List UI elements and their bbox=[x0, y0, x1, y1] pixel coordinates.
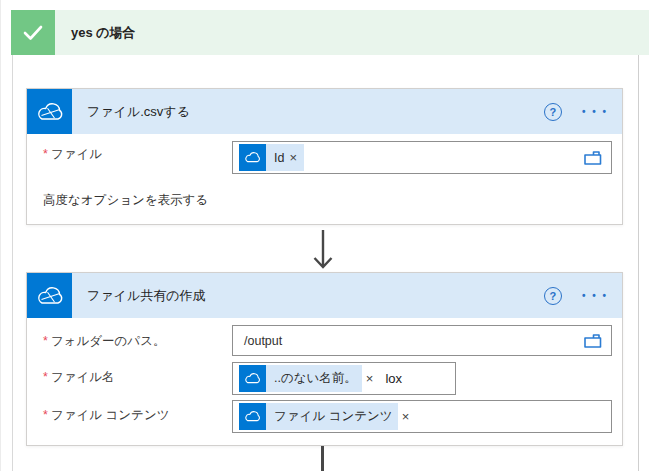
field-label-folder-path: *フォルダーのパス。 bbox=[43, 333, 165, 350]
onedrive-icon bbox=[27, 273, 72, 318]
file-name-input[interactable]: ..のない名前。 × lox bbox=[232, 362, 456, 395]
field-label-file-name: *ファイル名 bbox=[43, 369, 115, 386]
folder-path-value: /output bbox=[239, 334, 282, 348]
action-card-1: ファイル.csvする ? • • • *ファイル Id × bbox=[26, 88, 623, 225]
required-marker: * bbox=[43, 408, 48, 422]
more-menu-icon[interactable]: • • • bbox=[582, 106, 608, 117]
file-name-suffix-text: lox bbox=[385, 371, 402, 386]
folder-picker-icon[interactable] bbox=[583, 149, 603, 166]
condition-yes-branch-header[interactable]: yes の場合 bbox=[11, 10, 649, 55]
remove-token-icon[interactable]: × bbox=[402, 409, 417, 424]
field-label-file-content: *ファイル コンテンツ bbox=[43, 407, 170, 424]
token-label: ファイル コンテンツ bbox=[266, 408, 398, 425]
file-field-input[interactable]: Id × bbox=[232, 141, 612, 174]
branch-label: yes の場合 bbox=[71, 24, 136, 42]
dynamic-token[interactable]: ファイル コンテンツ bbox=[239, 403, 398, 430]
dynamic-token[interactable]: ..のない名前。 bbox=[239, 365, 362, 392]
onedrive-icon bbox=[27, 89, 72, 134]
connector-line bbox=[321, 446, 324, 471]
branch-left-border bbox=[12, 55, 13, 471]
action-card-2-header[interactable]: ファイル共有の作成 ? • • • bbox=[27, 273, 622, 318]
remove-token-icon[interactable]: × bbox=[366, 371, 381, 386]
onedrive-token-icon bbox=[239, 365, 266, 392]
action-card-2: ファイル共有の作成 ? • • • *フォルダーのパス。 /output *ファ… bbox=[26, 272, 623, 446]
help-icon[interactable]: ? bbox=[544, 287, 562, 305]
card-title: ファイル.csvする bbox=[87, 103, 190, 121]
token-label: Id bbox=[266, 151, 289, 165]
field-label-file: *ファイル bbox=[43, 146, 102, 163]
branch-right-border bbox=[638, 55, 639, 471]
flow-canvas: yes の場合 ファイル.csvする ? • • • *ファイル bbox=[0, 0, 649, 471]
token-label: ..のない名前。 bbox=[266, 370, 362, 387]
more-menu-icon[interactable]: • • • bbox=[582, 290, 608, 301]
check-icon bbox=[11, 10, 55, 55]
card-title: ファイル共有の作成 bbox=[87, 287, 206, 305]
onedrive-token-icon bbox=[239, 144, 266, 171]
advanced-options-link[interactable]: 高度なオプションを表示する bbox=[43, 192, 208, 209]
required-marker: * bbox=[43, 334, 48, 348]
dynamic-token[interactable]: Id × bbox=[239, 144, 304, 171]
folder-picker-icon[interactable] bbox=[583, 332, 603, 349]
required-marker: * bbox=[43, 370, 48, 384]
onedrive-token-icon bbox=[239, 403, 266, 430]
required-marker: * bbox=[43, 147, 48, 161]
file-content-input[interactable]: ファイル コンテンツ × bbox=[232, 400, 612, 433]
folder-path-input[interactable]: /output bbox=[232, 325, 612, 356]
connector-arrow bbox=[309, 229, 337, 271]
action-card-1-header[interactable]: ファイル.csvする ? • • • bbox=[27, 89, 622, 134]
help-icon[interactable]: ? bbox=[544, 103, 562, 121]
remove-token-icon[interactable]: × bbox=[289, 150, 304, 165]
